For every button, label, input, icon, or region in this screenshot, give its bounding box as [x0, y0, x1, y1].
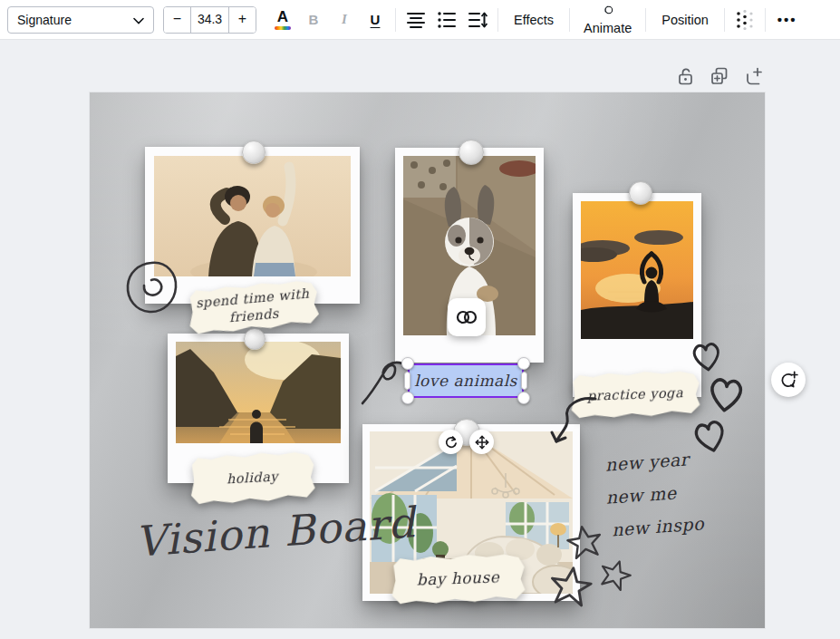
selection-handle-top-left[interactable]: [401, 357, 414, 370]
pin: [629, 181, 652, 205]
heart-doodle[interactable]: [702, 372, 750, 420]
star-doodle[interactable]: [594, 554, 635, 595]
link-icon: [456, 309, 478, 325]
canva-editor: Signature − 34.3 + A B I U: [0, 0, 840, 639]
pin: [459, 140, 484, 165]
font-size-decrease-button[interactable]: −: [164, 6, 190, 34]
move-button[interactable]: [469, 430, 494, 454]
bulleted-list-button[interactable]: [431, 5, 462, 35]
transparency-icon: [735, 10, 755, 30]
note-holiday-text: holiday: [227, 468, 279, 487]
divider: [569, 8, 570, 32]
font-size-value[interactable]: 34.3: [190, 6, 229, 34]
animate-button[interactable]: Animate: [574, 5, 641, 35]
text-mantra[interactable]: new year new me new inspo: [604, 449, 705, 553]
add-comment-button[interactable]: [771, 363, 806, 397]
font-size-increase-button[interactable]: +: [229, 6, 256, 34]
more-options-button[interactable]: •••: [770, 5, 805, 35]
note-friends-line2: friends: [228, 305, 279, 325]
friends-image: [154, 156, 351, 276]
font-selector-value: Signature: [17, 13, 72, 27]
animate-label: Animate: [584, 21, 632, 35]
circle-doodle[interactable]: [124, 259, 179, 315]
position-button[interactable]: Position: [651, 5, 719, 35]
transparency-button[interactable]: [729, 5, 760, 35]
align-center-icon: [407, 12, 425, 28]
mantra-line-1: new year: [604, 449, 700, 475]
pin: [242, 140, 266, 164]
divider: [497, 8, 498, 32]
font-size-stepper: − 34.3 +: [163, 6, 256, 34]
arrow-doodle[interactable]: [547, 392, 598, 451]
yoga-image: [581, 201, 693, 339]
duplicate-button[interactable]: [709, 65, 730, 87]
lock-button[interactable]: [674, 65, 696, 87]
selection-handle-bottom-right[interactable]: [517, 392, 530, 404]
text-love-animals[interactable]: love animals: [408, 363, 524, 398]
duplicate-icon: [710, 66, 729, 86]
animate-icon: [599, 5, 617, 15]
divider: [395, 8, 396, 32]
divider: [765, 8, 766, 32]
selection-handle-left[interactable]: [404, 372, 410, 390]
mantra-line-2: new me: [605, 480, 702, 507]
text-align-button[interactable]: [401, 5, 431, 35]
mantra-line-3: new inspo: [611, 513, 704, 539]
add-comment-icon: [779, 371, 798, 390]
bold-button[interactable]: B: [298, 5, 329, 35]
link-button[interactable]: [448, 298, 486, 336]
star-doodle[interactable]: [564, 521, 605, 563]
lock-icon: [676, 66, 695, 86]
effects-button[interactable]: Effects: [503, 5, 565, 35]
selection-handle-bottom-left[interactable]: [401, 392, 414, 404]
rainbow-bar-icon: [275, 26, 291, 30]
text-toolbar: Signature − 34.3 + A B I U: [0, 0, 840, 40]
font-selector[interactable]: Signature: [7, 6, 154, 34]
text-color-button[interactable]: A: [267, 5, 298, 35]
add-page-icon: [744, 66, 764, 86]
design-canvas[interactable]: spend time with friends: [90, 92, 765, 628]
note-holiday[interactable]: holiday: [189, 450, 316, 505]
divider: [724, 8, 725, 32]
line-spacing-button[interactable]: [462, 5, 493, 35]
divider: [645, 8, 646, 32]
selection-handle-top-right[interactable]: [517, 357, 530, 370]
star-doodle[interactable]: [546, 562, 595, 611]
note-friends[interactable]: spend time with friends: [187, 278, 320, 335]
line-spacing-icon: [468, 12, 488, 28]
add-page-button[interactable]: [743, 65, 765, 87]
chevron-down-icon: [133, 13, 144, 27]
photo-yoga[interactable]: [573, 193, 701, 397]
bulleted-list-icon: [438, 12, 456, 28]
underline-button[interactable]: U: [360, 5, 391, 35]
text-color-icon: A: [277, 9, 288, 24]
italic-button[interactable]: I: [329, 5, 360, 35]
pin: [244, 328, 266, 350]
holiday-image: [176, 342, 341, 443]
page-actions: [674, 65, 765, 87]
rotate-icon: [444, 435, 458, 449]
selection-handle-right[interactable]: [521, 372, 527, 390]
note-bay-house[interactable]: bay house: [391, 552, 526, 605]
rotate-button[interactable]: [439, 430, 463, 454]
move-icon: [475, 435, 489, 450]
note-bay-house-text: bay house: [416, 567, 499, 589]
text-love-animals-value: love animals: [414, 372, 517, 390]
note-practice-yoga-text: practice yoga: [587, 384, 684, 404]
